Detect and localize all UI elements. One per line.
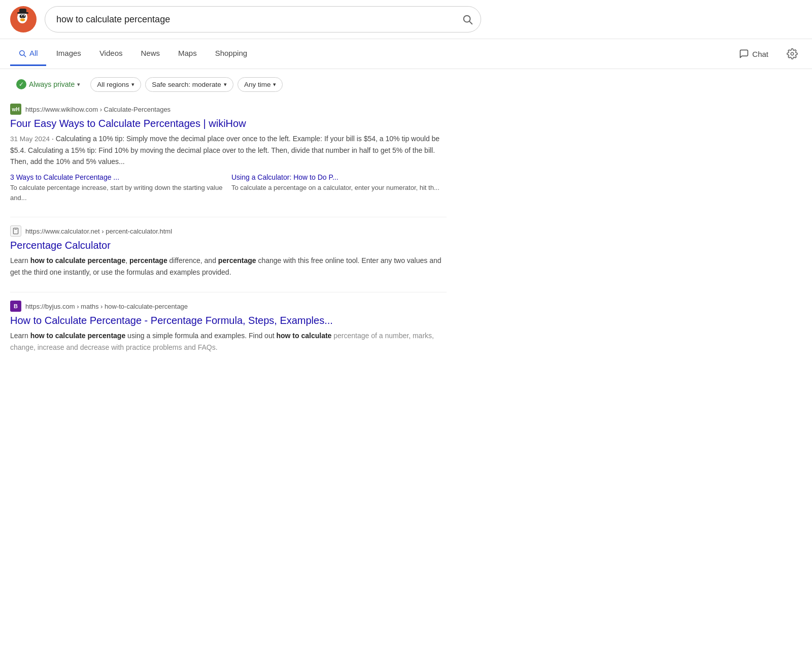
regions-filter-button[interactable]: All regions ▾ [90, 77, 141, 92]
search-icon [18, 49, 26, 57]
result-divider [10, 217, 447, 217]
chevron-down-icon: ▾ [273, 81, 276, 88]
result-url-row: wH https://www.wikihow.com › Calculate-P… [10, 104, 447, 115]
chat-icon [739, 49, 749, 59]
sub-link-desc: To calculate a percentage on a calculato… [231, 184, 439, 191]
sub-link-item: Using a Calculator: How to Do P... To ca… [231, 173, 447, 203]
settings-button[interactable] [783, 44, 802, 63]
result-title-link[interactable]: Percentage Calculator [10, 239, 447, 252]
result-favicon [10, 225, 21, 237]
tab-maps[interactable]: Maps [170, 42, 205, 66]
result-item: wH https://www.wikihow.com › Calculate-P… [10, 104, 447, 203]
result-divider [10, 292, 447, 292]
result-snippet: 31 May 2024 · Calculating a 10% tip: Sim… [10, 133, 447, 167]
tab-shopping[interactable]: Shopping [207, 42, 255, 66]
result-url: https://www.calculator.net › percent-cal… [25, 227, 172, 235]
result-url: https://byjus.com › maths › how-to-calcu… [25, 303, 188, 310]
sub-link-title[interactable]: 3 Ways to Calculate Percentage ... [10, 173, 225, 181]
result-favicon: B [10, 301, 21, 312]
svg-point-4 [21, 15, 22, 16]
tab-videos[interactable]: Videos [91, 42, 131, 66]
result-title-link[interactable]: Four Easy Ways to Calculate Percentages … [10, 117, 447, 130]
always-private-button[interactable]: ✓ Always private ▾ [10, 76, 86, 92]
result-url-row: https://www.calculator.net › percent-cal… [10, 225, 447, 237]
tab-news[interactable]: News [132, 42, 168, 66]
private-check-icon: ✓ [16, 79, 26, 89]
result-snippet: Learn how to calculate percentage using … [10, 330, 447, 353]
filters-bar: ✓ Always private ▾ All regions ▾ Safe se… [0, 69, 812, 100]
chevron-down-icon: ▾ [131, 81, 134, 88]
header [0, 0, 812, 39]
chevron-down-icon: ▾ [224, 81, 227, 88]
search-submit-button[interactable] [462, 14, 473, 25]
nav-right: Chat [733, 39, 802, 69]
result-date: 31 May 2024 [10, 135, 50, 143]
result-favicon: wH [10, 104, 21, 115]
tab-all[interactable]: All [10, 42, 46, 66]
svg-point-5 [24, 15, 25, 16]
svg-line-10 [469, 21, 472, 24]
chevron-down-icon: ▾ [77, 81, 80, 88]
result-item: https://www.calculator.net › percent-cal… [10, 225, 447, 278]
search-input[interactable] [45, 6, 481, 32]
svg-rect-8 [19, 9, 26, 13]
nav-tabs: All Images Videos News Maps Shopping Cha… [0, 39, 812, 69]
chat-button[interactable]: Chat [733, 45, 774, 63]
gear-icon [787, 48, 798, 59]
nav-left: All Images Videos News Maps Shopping [10, 42, 733, 66]
result-url: https://www.wikihow.com › Calculate-Perc… [25, 106, 171, 113]
tab-images[interactable]: Images [48, 42, 89, 66]
calculator-icon [12, 227, 19, 235]
result-title-link[interactable]: How to Calculate Percentage - Percentage… [10, 314, 447, 327]
time-filter-button[interactable]: Any time ▾ [238, 77, 283, 92]
result-snippet: Learn how to calculate percentage, perce… [10, 255, 447, 278]
result-url-row: B https://byjus.com › maths › how-to-cal… [10, 301, 447, 312]
sub-links: 3 Ways to Calculate Percentage ... To ca… [10, 173, 447, 203]
safe-search-filter-button[interactable]: Safe search: moderate ▾ [145, 77, 233, 92]
search-icon [462, 14, 473, 25]
search-bar-container [45, 6, 481, 32]
svg-rect-14 [13, 228, 18, 235]
logo[interactable] [10, 6, 37, 32]
results-container: wH https://www.wikihow.com › Calculate-P… [0, 100, 457, 377]
sub-link-desc: To calculate percentage increase, start … [10, 184, 222, 202]
svg-line-12 [24, 55, 26, 57]
svg-point-13 [791, 52, 794, 55]
result-item: B https://byjus.com › maths › how-to-cal… [10, 301, 447, 353]
sub-link-title[interactable]: Using a Calculator: How to Do P... [231, 173, 447, 181]
svg-point-3 [22, 15, 26, 18]
sub-link-item: 3 Ways to Calculate Percentage ... To ca… [10, 173, 225, 203]
